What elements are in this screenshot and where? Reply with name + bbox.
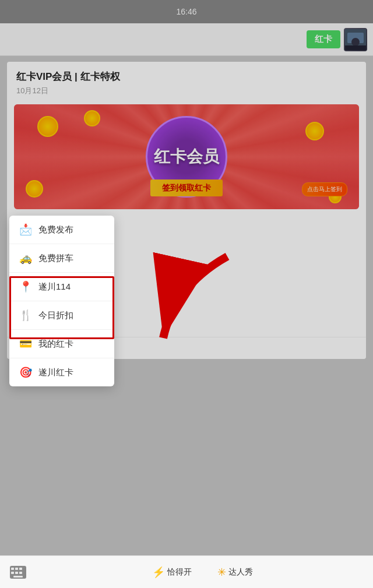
article-title: 红卡VIP会员 | 红卡特权 [16, 70, 357, 83]
avatar[interactable] [344, 28, 367, 51]
svg-rect-7 [15, 568, 18, 570]
my-red-card-icon: 💳 [19, 337, 33, 350]
keyboard-icon [10, 566, 26, 579]
wechat-bottom-bar: ⚡ 恰得开 ✳ 达人秀 [0, 555, 373, 588]
svg-rect-11 [19, 572, 22, 574]
lightning-icon: ⚡ [152, 566, 165, 579]
banner-image: 红卡会员 签到领取红卡 点击马上签到 [14, 104, 359, 209]
banner-coin-2 [84, 110, 100, 126]
dropdown-item-free-publish[interactable]: 📩 免费发布 [9, 216, 114, 244]
daren-xiu-label: 达人秀 [228, 567, 253, 578]
svg-point-2 [351, 38, 360, 46]
banner-subtitle: 签到领取红卡 [162, 183, 211, 192]
hegde-kai-button[interactable]: ⚡ 恰得开 [142, 561, 202, 583]
svg-rect-6 [11, 568, 14, 570]
free-carpool-icon: 🚕 [19, 252, 33, 265]
dropdown-item-free-carpool[interactable]: 🚕 免费拼车 [9, 244, 114, 273]
status-bar: 16:46 [0, 0, 373, 23]
highlight-box [9, 276, 114, 339]
avatar-svg [345, 29, 366, 50]
svg-rect-3 [345, 45, 366, 50]
bottom-button-group: ⚡ 恰得开 ✳ 达人秀 [31, 561, 373, 583]
article-date: 10月12日 [16, 86, 357, 96]
svg-rect-8 [19, 568, 22, 570]
free-publish-icon: 📩 [19, 223, 33, 236]
dropdown-item-suichuan-redcard[interactable]: 🎯 遂川红卡 [9, 358, 114, 386]
suichuan-redcard-icon: 🎯 [19, 366, 33, 379]
banner-main-text: 红卡会员 [154, 146, 219, 168]
star-icon: ✳ [217, 566, 226, 579]
dropdown-item-label-my-red-card: 我的红卡 [38, 339, 73, 350]
top-nav: 红卡 [0, 23, 373, 56]
keyboard-button[interactable] [5, 559, 31, 586]
dropdown-item-label-free-publish: 免费发布 [38, 224, 73, 235]
banner-coin-4 [305, 122, 324, 140]
avatar-image [344, 28, 367, 51]
dropdown-item-label-free-carpool: 免费拼车 [38, 253, 73, 264]
red-card-button[interactable]: 红卡 [307, 30, 340, 48]
banner-subtitle-bar: 签到领取红卡 [150, 179, 223, 196]
svg-rect-12 [13, 576, 23, 578]
svg-rect-10 [15, 572, 18, 574]
dropdown-item-label-suichuan-redcard: 遂川红卡 [38, 367, 73, 378]
banner-coin-3 [26, 180, 43, 198]
hegde-kai-label: 恰得开 [167, 567, 192, 578]
article-header: 红卡VIP会员 | 红卡特权 10月12日 [7, 62, 366, 100]
banner-coin-1 [37, 116, 58, 137]
svg-rect-9 [11, 572, 14, 574]
banner-action-button[interactable]: 点击马上签到 [302, 182, 347, 196]
status-time: 16:46 [176, 7, 196, 16]
daren-xiu-button[interactable]: ✳ 达人秀 [207, 561, 263, 583]
